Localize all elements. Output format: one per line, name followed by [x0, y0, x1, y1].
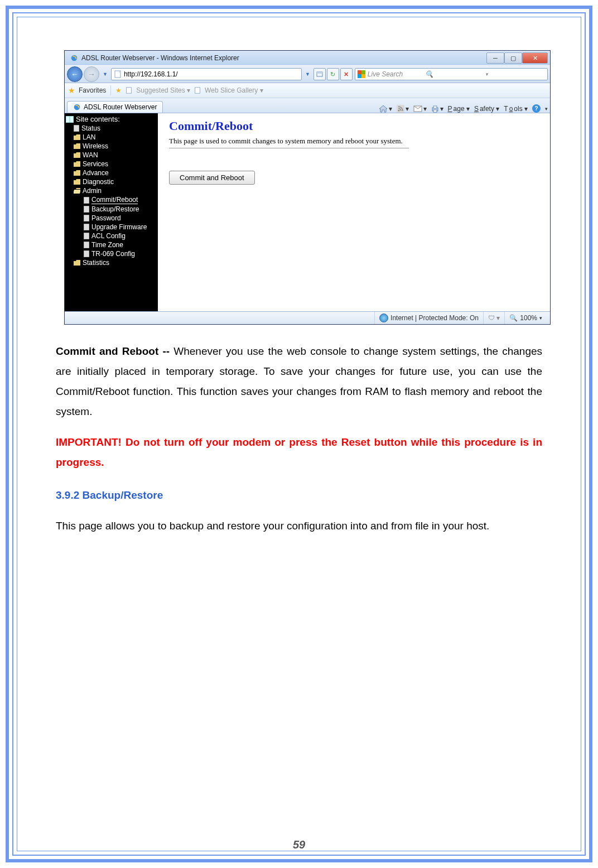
- sidebar-item-diagnostic[interactable]: Diagnostic: [74, 177, 158, 186]
- window-title: ADSL Router Webserver - Windows Internet…: [81, 54, 239, 62]
- title-bar: ADSL Router Webserver - Windows Internet…: [65, 51, 550, 65]
- commit-reboot-button[interactable]: Commit and Reboot: [169, 171, 255, 185]
- folder-icon: [74, 134, 80, 140]
- sidebar-item-tr069[interactable]: TR-069 Config: [84, 249, 158, 258]
- sidebar-item-status[interactable]: Status: [74, 124, 158, 133]
- search-icon[interactable]: 🔍: [425, 70, 483, 78]
- minimize-button[interactable]: ─: [486, 52, 504, 64]
- browser-tab[interactable]: ADSL Router Webserver: [67, 101, 163, 113]
- sidebar-title: Site contents:: [76, 115, 120, 123]
- folder-icon: [74, 170, 80, 176]
- suggested-sites-icon: [125, 86, 133, 94]
- address-bar[interactable]: [111, 68, 302, 80]
- favorites-star-icon[interactable]: ★: [68, 86, 75, 95]
- page-icon: [113, 70, 122, 79]
- stop-button[interactable]: ✕: [340, 68, 353, 80]
- safety-menu[interactable]: Safety ▾: [474, 105, 499, 113]
- sidebar-item-lan[interactable]: LAN: [74, 133, 158, 142]
- search-placeholder: Live Search: [368, 70, 425, 78]
- svg-rect-3: [317, 72, 322, 74]
- sidebar-item-advance[interactable]: Advance: [74, 168, 158, 177]
- sidebar-item-admin[interactable]: Admin: [74, 186, 158, 195]
- svg-rect-15: [433, 106, 437, 108]
- page-icon: [84, 197, 89, 204]
- ie-icon: [70, 54, 78, 62]
- zoom-icon: 🔍: [509, 314, 518, 322]
- page-icon: [74, 125, 79, 132]
- svg-rect-18: [74, 125, 79, 132]
- home-icon[interactable]: ▾: [379, 105, 392, 113]
- sidebar-item-wireless[interactable]: Wireless: [74, 142, 158, 151]
- status-zone: Internet | Protected Mode: On: [374, 312, 483, 324]
- browser-window: ADSL Router Webserver - Windows Internet…: [64, 50, 551, 325]
- favorites-label[interactable]: Favorites: [79, 86, 106, 94]
- history-dropdown-icon[interactable]: ▼: [100, 71, 110, 77]
- mail-icon[interactable]: ▾: [413, 105, 427, 113]
- sidebar-item-statistics[interactable]: Statistics: [74, 258, 158, 267]
- sidebar-item-time-zone[interactable]: Time Zone: [84, 240, 158, 249]
- back-button[interactable]: ←: [67, 66, 83, 82]
- main-panel: Commit/Reboot This page is used to commi…: [158, 113, 550, 315]
- svg-point-12: [398, 109, 399, 111]
- search-dropdown-icon[interactable]: ▾: [483, 71, 545, 77]
- paragraph-backup-restore: This page allows you to backup and resto…: [56, 516, 542, 536]
- page-heading: Commit/Reboot: [169, 119, 539, 133]
- url-input[interactable]: [124, 70, 301, 78]
- svg-rect-16: [433, 110, 437, 112]
- forward-button[interactable]: →: [84, 66, 99, 82]
- svg-rect-8: [127, 88, 132, 94]
- page-icon: [84, 242, 89, 248]
- folder-icon: [74, 161, 80, 167]
- page-number: 59: [0, 838, 598, 851]
- search-box[interactable]: Live Search 🔍 ▾: [355, 68, 548, 80]
- svg-rect-7: [361, 74, 365, 78]
- paragraph-commit-reboot: Commit and Reboot -- Whenever you use th…: [56, 341, 542, 422]
- folder-icon: [74, 179, 80, 185]
- print-icon[interactable]: ▾: [431, 105, 443, 113]
- addr-dropdown-icon[interactable]: ▼: [303, 71, 312, 77]
- protected-mode-label: Internet | Protected Mode: On: [390, 314, 479, 322]
- page-icon: [84, 224, 89, 230]
- web-slice-gallery[interactable]: Web Slice Gallery ▾: [205, 86, 263, 94]
- page-menu[interactable]: PPageage ▾: [448, 105, 470, 113]
- document-body: Commit and Reboot -- Whenever you use th…: [56, 341, 542, 536]
- maximize-button[interactable]: ▢: [504, 52, 522, 64]
- svg-rect-24: [84, 242, 89, 248]
- book-icon: [66, 116, 74, 123]
- browser-content: Site contents: Status LAN Wireless WAN S…: [65, 113, 550, 315]
- globe-icon: [379, 314, 388, 322]
- compat-view-icon[interactable]: [314, 68, 326, 80]
- folder-open-icon: [74, 188, 80, 194]
- sidebar-item-acl-config[interactable]: ACL Config: [84, 232, 158, 240]
- section-heading: 3.9.2 Backup/Restore: [56, 485, 542, 505]
- status-security-icon[interactable]: 🛡 ▾: [483, 312, 504, 324]
- nav-bar: ← → ▼ ▼ ↻ ✕ Live Search: [65, 65, 550, 83]
- refresh-button[interactable]: ↻: [327, 68, 339, 80]
- sidebar-item-services[interactable]: Services: [74, 160, 158, 168]
- tab-title: ADSL Router Webserver: [84, 103, 157, 111]
- sidebar-item-upgrade-firmware[interactable]: Upgrade Firmware: [84, 223, 158, 232]
- svg-rect-22: [84, 224, 89, 230]
- para-lead: Commit and Reboot --: [56, 345, 173, 357]
- sidebar-item-commit-reboot[interactable]: Commit/Reboot: [84, 195, 158, 205]
- svg-rect-9: [195, 88, 200, 94]
- sidebar-item-password[interactable]: Password: [84, 214, 158, 223]
- folder-icon: [74, 152, 80, 158]
- sidebar-item-backup-restore[interactable]: Backup/Restore: [84, 205, 158, 214]
- add-fav-icon[interactable]: ★: [115, 86, 122, 94]
- close-button[interactable]: ✕: [522, 52, 548, 64]
- page-icon: [84, 250, 89, 257]
- folder-icon: [74, 260, 80, 266]
- sidebar: Site contents: Status LAN Wireless WAN S…: [65, 113, 158, 315]
- page-icon: [84, 215, 89, 221]
- feeds-icon[interactable]: ▾: [397, 105, 409, 113]
- folder-icon: [74, 143, 80, 149]
- suggested-sites[interactable]: Suggested Sites ▾: [136, 86, 190, 94]
- help-icon[interactable]: ?: [532, 104, 541, 113]
- svg-rect-20: [84, 206, 89, 213]
- zoom-control[interactable]: 🔍 100% ▾: [504, 312, 547, 324]
- web-slice-icon: [194, 86, 201, 94]
- tools-menu[interactable]: Tools ▾: [504, 105, 528, 113]
- sidebar-item-wan[interactable]: WAN: [74, 151, 158, 160]
- svg-rect-6: [358, 74, 361, 78]
